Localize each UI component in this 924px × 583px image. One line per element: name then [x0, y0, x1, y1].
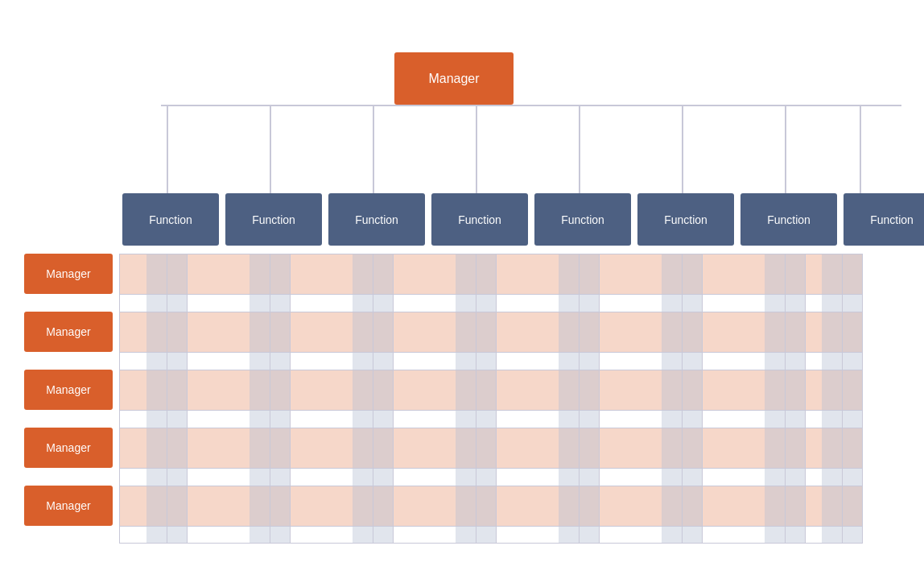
- func-vline-6: [682, 105, 683, 197]
- function-box-3: Function: [328, 193, 425, 246]
- function-label-1: Function: [149, 213, 192, 226]
- func-vline-4: [476, 105, 477, 197]
- function-box-6: Function: [637, 193, 734, 246]
- manager-label-1: Manager: [46, 267, 90, 280]
- manager-box-5: Manager: [24, 486, 113, 526]
- manager-box-3: Manager: [24, 370, 113, 410]
- function-box-5: Function: [534, 193, 631, 246]
- func-vline-2: [270, 105, 271, 197]
- diagram-container: Manager Function Function Function Funct…: [0, 0, 924, 583]
- function-label-3: Function: [355, 213, 398, 226]
- manager-box-1: Manager: [24, 254, 113, 294]
- manager-box-2: Manager: [24, 312, 113, 352]
- function-box-7: Function: [740, 193, 837, 246]
- func-vline-5: [579, 105, 580, 197]
- managers-column: Manager Manager Manager Manager Manager: [24, 254, 113, 526]
- function-label-8: Function: [870, 213, 914, 226]
- top-manager-label: Manager: [428, 72, 479, 86]
- manager-label-3: Manager: [46, 383, 90, 396]
- grid-border: [119, 254, 863, 544]
- functions-row: Function Function Function Function Func…: [119, 193, 924, 246]
- function-label-4: Function: [458, 213, 501, 226]
- function-label-6: Function: [664, 213, 707, 226]
- func-vline-8: [860, 105, 861, 197]
- function-box-2: Function: [225, 193, 322, 246]
- function-label-7: Function: [767, 213, 811, 226]
- function-label-2: Function: [252, 213, 295, 226]
- function-box-1: Function: [122, 193, 219, 246]
- manager-label-2: Manager: [46, 325, 90, 338]
- manager-box-4: Manager: [24, 428, 113, 468]
- function-box-4: Function: [431, 193, 528, 246]
- function-label-5: Function: [561, 213, 604, 226]
- manager-label-4: Manager: [46, 441, 90, 454]
- function-box-8: Function: [844, 193, 924, 246]
- manager-label-5: Manager: [46, 499, 90, 512]
- func-vline-3: [373, 105, 374, 197]
- top-manager-box: Manager: [394, 52, 514, 105]
- func-vline-7: [785, 105, 786, 197]
- top-horizontal-line: [161, 105, 901, 106]
- func-vline-1: [167, 105, 168, 197]
